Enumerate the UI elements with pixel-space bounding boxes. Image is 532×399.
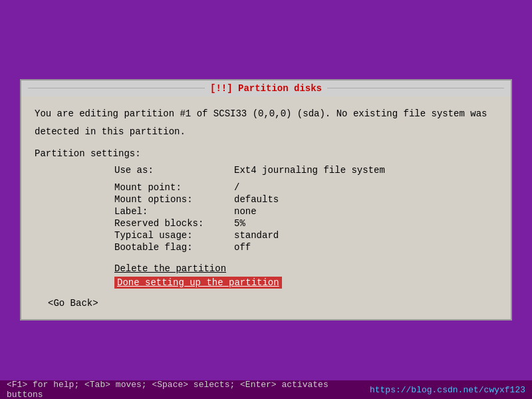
use-as-label: Use as: <box>114 165 234 176</box>
status-bar: <F1> for help; <Tab> moves; <Space> sele… <box>0 380 532 399</box>
bootable-value: off <box>234 242 251 253</box>
delete-partition-action[interactable]: Delete the partition <box>114 263 497 277</box>
description-line1: You are editing partition #1 of SCSI33 (… <box>35 107 497 121</box>
bootable-label: Bootable flag: <box>114 242 234 253</box>
screen: [!!] Partition disks You are editing par… <box>0 0 532 399</box>
mount-options-value: defaults <box>234 194 279 205</box>
settings-row-bootable: Bootable flag: off <box>114 242 497 253</box>
description-line2: detected in this partition. <box>35 125 497 139</box>
settings-row-label: Label: none <box>114 206 497 217</box>
settings-row-mount-options: Mount options: defaults <box>114 194 497 205</box>
mount-point-value: / <box>234 182 239 193</box>
reserved-value: 5% <box>234 218 245 229</box>
typical-value: standard <box>234 230 279 241</box>
status-url: https://blog.csdn.net/cwyxf123 <box>370 385 525 395</box>
reserved-label: Reserved blocks: <box>114 218 234 229</box>
dialog-content: You are editing partition #1 of SCSI33 (… <box>21 96 511 319</box>
go-back-button[interactable]: <Go Back> <box>48 298 497 309</box>
status-help-text: <F1> for help; <Tab> moves; <Space> sele… <box>7 380 370 399</box>
settings-table: Use as: Ext4 journaling file system Moun… <box>114 165 497 253</box>
typical-label: Typical usage: <box>114 230 234 241</box>
label-label: Label: <box>114 206 234 217</box>
section-label: Partition settings: <box>35 147 497 161</box>
done-partition-label[interactable]: Done setting up the partition <box>114 277 282 289</box>
use-as-value: Ext4 journaling file system <box>234 165 385 176</box>
delete-partition-label[interactable]: Delete the partition <box>114 263 226 274</box>
action-items: Delete the partition Done setting up the… <box>114 263 497 291</box>
title-line-left <box>28 88 205 88</box>
settings-row-mount-point: Mount point: / <box>114 182 497 193</box>
dialog: [!!] Partition disks You are editing par… <box>20 79 512 321</box>
go-back-label[interactable]: <Go Back> <box>48 298 98 309</box>
done-partition-action[interactable]: Done setting up the partition <box>114 277 497 291</box>
label-value: none <box>234 206 257 217</box>
dialog-title: [!!] Partition disks <box>205 83 327 94</box>
mount-options-label: Mount options: <box>114 194 234 205</box>
settings-row-typical: Typical usage: standard <box>114 230 497 241</box>
dialog-title-bar: [!!] Partition disks <box>21 80 511 96</box>
mount-point-label: Mount point: <box>114 182 234 193</box>
settings-row-reserved: Reserved blocks: 5% <box>114 218 497 229</box>
settings-row-use-as: Use as: Ext4 journaling file system <box>114 165 497 176</box>
title-line-right <box>327 88 504 88</box>
